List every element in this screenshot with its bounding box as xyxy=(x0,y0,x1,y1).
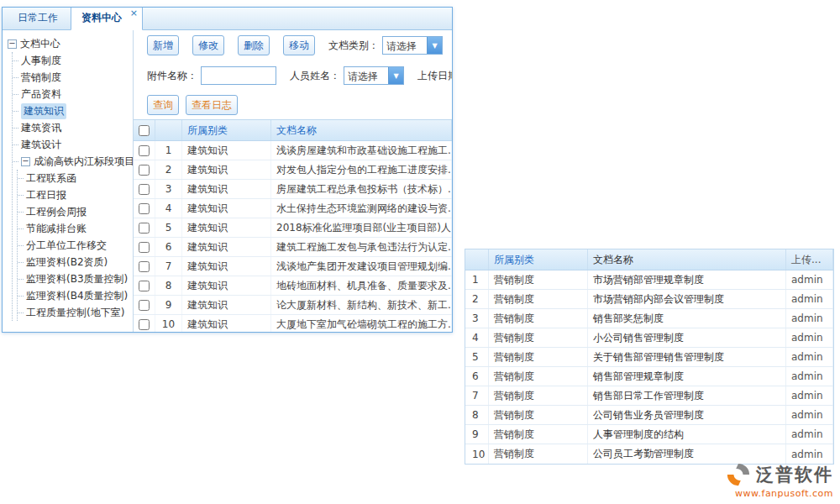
tree-item[interactable]: 建筑设计 xyxy=(13,136,131,153)
row-doc-name: 大厦地下室加气砼墙砌筑工程的施工方... xyxy=(271,315,452,332)
delete-button[interactable]: 删除 xyxy=(238,35,270,55)
column-header-uploader[interactable]: 上传... xyxy=(786,249,833,270)
tree-item[interactable]: 人事制度 xyxy=(13,52,131,69)
tree-item[interactable]: 监理资料(B4质量控制) xyxy=(18,287,131,304)
table-row[interactable]: 2 建筑知识 对发包人指定分包的工程施工进度安排... xyxy=(134,160,452,180)
fanpu-logo: 泛普软件 www.fanpusoft.com xyxy=(726,462,833,499)
row-doc-name: 市场营销部内部会议管理制度 xyxy=(588,290,786,308)
table-row[interactable]: 8 建筑知识 地砖地面材料、机具准备、质量要求及... xyxy=(134,276,452,296)
table-row[interactable]: 7 建筑知识 浅谈地产集团开发建设项目管理规划编... xyxy=(134,257,452,276)
row-checkbox[interactable] xyxy=(139,184,150,195)
table-row[interactable]: 9 营销制度 人事管理制度的结构 admin xyxy=(465,425,833,444)
row-number: 1 xyxy=(465,270,489,289)
row-checkbox[interactable] xyxy=(139,223,150,234)
table-row[interactable]: 8 营销制度 公司销售业务员管理制度 admin xyxy=(465,406,833,425)
row-category: 营销制度 xyxy=(489,444,588,464)
table-row[interactable]: 10 营销制度 公司员工考勤管理制度 admin xyxy=(465,444,833,464)
row-number: 3 xyxy=(465,309,489,328)
column-header-doc-name[interactable]: 文档名称 xyxy=(271,120,452,140)
row-checkbox[interactable] xyxy=(139,242,150,253)
row-category: 建筑知识 xyxy=(182,218,271,237)
tree-item[interactable]: 监理资料(B3质量控制) xyxy=(18,270,131,287)
tree-item[interactable]: 节能减排台账 xyxy=(18,220,131,237)
tree-item-label: 节能减排台账 xyxy=(26,222,87,236)
row-category: 建筑知识 xyxy=(182,276,271,295)
row-doc-name: 房屋建筑工程总承包投标书（技术标）... xyxy=(271,180,452,198)
tree-item-project[interactable]: − 成渝高铁内江标段项目 xyxy=(13,153,131,170)
row-category: 营销制度 xyxy=(489,367,588,386)
tree-item-label: 监理资料(B4质量控制) xyxy=(26,289,128,303)
row-category: 建筑知识 xyxy=(182,315,271,332)
table-row[interactable]: 7 营销制度 销售部日常工作管理制度 admin xyxy=(465,386,833,406)
collapse-icon[interactable]: − xyxy=(8,39,17,49)
tree-item[interactable]: 工程例会周报 xyxy=(18,203,131,220)
tree-item[interactable]: 建筑资讯 xyxy=(13,119,131,136)
close-icon[interactable]: × xyxy=(130,8,138,18)
row-category: 营销制度 xyxy=(489,290,588,308)
column-header-category[interactable]: 所属别类 xyxy=(182,120,271,140)
marketing-documents-table: 所属别类 文档名称 上传... 1 营销制度 市场营销部管理规章制度 admin… xyxy=(465,249,834,465)
row-doc-name: 关于销售部管理销售管理制度 xyxy=(588,348,786,366)
tab-daily-work[interactable]: 日常工作 xyxy=(8,7,68,29)
tree-item-root[interactable]: − 文档中心 xyxy=(8,35,131,52)
tree-item-label: 分工单位工作移交 xyxy=(26,239,107,253)
table-row[interactable]: 1 建筑知识 浅谈房屋建筑和市政基础设施工程施工... xyxy=(134,141,452,160)
tree-item[interactable]: 营销制度 xyxy=(13,69,131,86)
attachment-name-input[interactable] xyxy=(201,66,276,85)
column-header-category[interactable]: 所属别类 xyxy=(489,249,588,270)
table-row[interactable]: 5 营销制度 关于销售部管理销售管理制度 admin xyxy=(465,348,833,367)
tree-item-label: 工程例会周报 xyxy=(26,205,87,219)
tree-item[interactable]: 工程日报 xyxy=(18,186,131,203)
tree-item[interactable]: 工程联系函 xyxy=(18,170,131,186)
tree-item-label: 监理资料(B2资质) xyxy=(26,255,108,270)
collapse-icon[interactable]: − xyxy=(21,157,30,166)
table-row[interactable]: 6 建筑知识 建筑工程施工发包与承包违法行为认定... xyxy=(134,238,452,257)
table-row[interactable]: 3 建筑知识 房屋建筑工程总承包投标书（技术标）... xyxy=(134,180,452,199)
tab-bar: 日常工作 资料中心 × xyxy=(3,8,452,30)
person-name-value: 请选择 xyxy=(344,67,388,84)
chevron-down-icon[interactable]: ▼ xyxy=(427,37,442,54)
add-button[interactable]: 新增 xyxy=(147,35,179,55)
table-row[interactable]: 2 营销制度 市场营销部内部会议管理制度 admin xyxy=(465,290,833,309)
row-doc-name: 小公司销售管理制度 xyxy=(588,328,786,347)
table-row[interactable]: 9 建筑知识 论大厦新材料、新结构、新技术、新工... xyxy=(134,296,452,315)
row-checkbox[interactable] xyxy=(139,165,150,176)
tree-item-selected[interactable]: 建筑知识 xyxy=(13,102,131,119)
table-row[interactable]: 4 营销制度 小公司销售管理制度 admin xyxy=(465,328,833,348)
view-log-button[interactable]: 查看日志 xyxy=(186,95,238,115)
tree-item[interactable]: 工程质量控制(地下室) xyxy=(18,304,131,321)
table-row[interactable]: 4 建筑知识 水土保持生态环境监测网络的建设与资... xyxy=(134,199,452,218)
row-category: 营销制度 xyxy=(489,309,588,328)
row-uploader: admin xyxy=(786,367,833,386)
row-checkbox[interactable] xyxy=(139,203,150,214)
table-row[interactable]: 1 营销制度 市场营销部管理规章制度 admin xyxy=(465,270,833,290)
tree-item[interactable]: 分工单位工作移交 xyxy=(18,237,131,254)
chevron-down-icon[interactable]: ▼ xyxy=(388,67,403,84)
row-uploader: admin xyxy=(786,444,833,464)
upload-date-label: 上传日期： xyxy=(417,69,452,83)
row-checkbox[interactable] xyxy=(139,145,150,156)
table-row[interactable]: 6 营销制度 销售部管理规章制度 admin xyxy=(465,367,833,386)
person-name-select[interactable]: 请选择 ▼ xyxy=(344,66,404,85)
table-row[interactable]: 5 建筑知识 2018标准化监理项目部(业主项目部)人员... xyxy=(134,218,452,238)
move-button[interactable]: 移动 xyxy=(283,35,315,55)
row-checkbox[interactable] xyxy=(139,281,150,291)
tree-item-label: 人事制度 xyxy=(21,54,61,68)
tree-item[interactable]: 监理资料(B2资质) xyxy=(18,254,131,270)
tab-data-center[interactable]: 资料中心 × xyxy=(71,7,143,30)
row-checkbox[interactable] xyxy=(139,300,150,311)
column-header-doc-name[interactable]: 文档名称 xyxy=(588,249,786,270)
row-checkbox[interactable] xyxy=(139,319,150,330)
row-checkbox[interactable] xyxy=(139,261,150,272)
query-button[interactable]: 查询 xyxy=(147,95,179,115)
tree-item-label: 建筑知识 xyxy=(21,103,66,119)
tree-item-label: 建筑设计 xyxy=(21,138,61,152)
row-doc-name: 论大厦新材料、新结构、新技术、新工... xyxy=(271,296,452,314)
doc-category-select[interactable]: 请选择 ▼ xyxy=(382,36,443,55)
table-row[interactable]: 3 营销制度 销售部奖惩制度 admin xyxy=(465,309,833,328)
table-row[interactable]: 10 建筑知识 大厦地下室加气砼墙砌筑工程的施工方... xyxy=(134,315,452,332)
modify-button[interactable]: 修改 xyxy=(192,35,224,55)
row-doc-name: 销售部管理规章制度 xyxy=(588,367,786,386)
tree-item[interactable]: 产品资料 xyxy=(13,86,131,102)
select-all-checkbox[interactable] xyxy=(139,125,150,136)
